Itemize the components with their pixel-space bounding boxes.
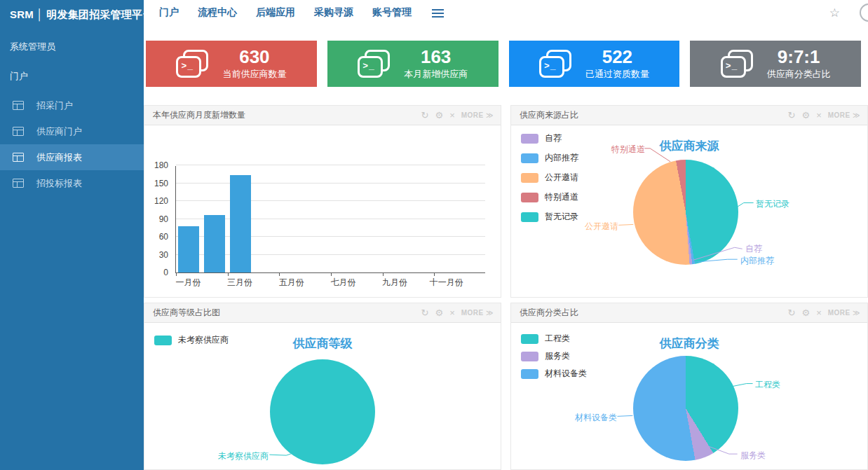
sidebar-item-supplier-reports[interactable]: 供应商报表 — [0, 144, 144, 170]
refresh-icon[interactable]: ↻ — [421, 111, 429, 120]
panel-title: 供应商等级占比图 — [153, 307, 220, 319]
y-tick-label: 120 — [154, 196, 168, 206]
legend-item[interactable]: 暂无记录 — [521, 211, 578, 223]
legend-item[interactable]: 未考察供应商 — [154, 334, 229, 346]
panel-title: 供应商来源占比 — [520, 109, 578, 121]
legend-item[interactable]: 服务类 — [521, 350, 587, 362]
more-link[interactable]: MORE ≫ — [828, 309, 860, 317]
panel-header: 供应商分类占比 ↻ ⚙ × MORE ≫ — [511, 303, 867, 323]
gear-icon[interactable]: ⚙ — [802, 111, 811, 120]
x-tick-label: 三月份 — [227, 277, 252, 289]
stat-value: 522 — [585, 47, 649, 67]
supplier-category-pie — [633, 356, 738, 461]
supplier-source-pie — [633, 160, 738, 265]
more-link[interactable]: MORE ≫ — [461, 111, 494, 119]
sidebar: SRM │ 明发集团招采管理平台 系统管理员 门户 招采门户 供应商门户 供应商… — [0, 0, 144, 470]
legend-label: 未考察供应商 — [178, 334, 229, 346]
y-tick-label: 0 — [163, 268, 168, 277]
legend-swatch — [521, 334, 538, 344]
close-icon[interactable]: × — [449, 111, 455, 120]
brand-title: SRM │ 明发集团招采管理平台 — [0, 0, 144, 22]
chart-legend: 未考察供应商 — [154, 334, 229, 352]
sidebar-section-portal[interactable]: 门户 — [0, 70, 144, 83]
x-tick-label: 五月份 — [279, 277, 304, 289]
stat-card-current-suppliers: >_ 630 当前供应商数量 — [146, 41, 317, 87]
close-icon[interactable]: × — [816, 111, 822, 120]
refresh-icon[interactable]: ↻ — [788, 111, 796, 120]
layout-icon — [13, 153, 24, 162]
bar-plot-area — [175, 166, 485, 273]
stat-value: 163 — [404, 47, 468, 67]
chart-legend: 工程类服务类材料设备类 — [521, 333, 587, 385]
main-content: >_ 630 当前供应商数量 >_ 163 本月新增供应商 >_ 522 已通过… — [144, 0, 868, 470]
gear-icon[interactable]: ⚙ — [435, 111, 444, 120]
stat-cards-row: >_ 630 当前供应商数量 >_ 163 本月新增供应商 >_ 522 已通过… — [146, 41, 861, 87]
legend-label: 材料设备类 — [545, 368, 587, 380]
panel-title: 供应商分类占比 — [520, 307, 578, 319]
pie-slice-label: 暂无记录 — [756, 198, 789, 210]
x-tick-label: 九月份 — [382, 277, 407, 289]
bar-y-axis-labels: 0306090120150180 — [144, 166, 171, 273]
sidebar-user-role: 系统管理员 — [0, 41, 144, 53]
sidebar-menu: 招采门户 供应商门户 供应商报表 招投标报表 — [0, 92, 144, 196]
sidebar-item-label: 供应商门户 — [36, 125, 82, 138]
legend-item[interactable]: 工程类 — [521, 333, 587, 345]
sidebar-item-procurement-portal[interactable]: 招采门户 — [0, 92, 144, 118]
legend-item[interactable]: 特别通道 — [521, 191, 578, 203]
legend-swatch — [521, 369, 538, 379]
legend-label: 内部推荐 — [545, 152, 578, 164]
stat-value: 630 — [222, 47, 286, 67]
legend-swatch — [521, 173, 538, 183]
pie-slice-label: 特别通道 — [611, 144, 645, 155]
pie-slice-label: 公开邀请 — [585, 221, 618, 233]
pie-slice-label: 自荐 — [745, 243, 762, 255]
legend-item[interactable]: 内部推荐 — [521, 152, 578, 164]
sidebar-item-bidding-reports[interactable]: 招投标报表 — [0, 170, 144, 196]
panel-header: 供应商来源占比 ↻ ⚙ × MORE ≫ — [511, 106, 867, 125]
bar-二月份 — [204, 215, 225, 272]
y-tick-label: 60 — [159, 232, 168, 242]
pie-slice-label: 工程类 — [755, 379, 780, 391]
sidebar-item-label: 招投标报表 — [36, 177, 82, 190]
pie-slice-label: 未考察供应商 — [218, 450, 269, 462]
layout-icon — [13, 127, 24, 136]
chart-legend: 自荐内部推荐公开邀请特别通道暂无记录 — [521, 132, 578, 230]
panel-monthly-new-suppliers: 本年供应商月度新增数量 ↻ ⚙ × MORE ≫ 030609012015018… — [144, 105, 501, 298]
pie-slice-label: 内部推荐 — [740, 255, 774, 267]
x-tick-label: 七月份 — [330, 277, 355, 289]
stat-card-new-suppliers-month: >_ 163 本月新增供应商 — [327, 41, 499, 87]
stat-label: 本月新增供应商 — [404, 68, 468, 81]
legend-label: 特别通道 — [545, 191, 578, 203]
legend-label: 暂无记录 — [545, 211, 578, 223]
legend-item[interactable]: 公开邀请 — [521, 172, 578, 184]
gear-icon[interactable]: ⚙ — [802, 308, 811, 317]
bar-一月份 — [178, 226, 199, 272]
terminal-icon: >_ — [358, 50, 390, 78]
sidebar-item-supplier-portal[interactable]: 供应商门户 — [0, 118, 144, 144]
more-link[interactable]: MORE ≫ — [828, 111, 860, 119]
sidebar-item-label: 招采门户 — [36, 99, 73, 112]
legend-label: 服务类 — [545, 350, 570, 362]
refresh-icon[interactable]: ↻ — [788, 308, 796, 317]
terminal-icon: >_ — [721, 50, 753, 78]
stat-card-qualified-count: >_ 522 已通过资质数量 — [509, 41, 680, 87]
pie-slice-label: 材料设备类 — [575, 412, 617, 424]
legend-label: 工程类 — [545, 333, 570, 345]
panel-header: 本年供应商月度新增数量 ↻ ⚙ × MORE ≫ — [144, 106, 501, 125]
refresh-icon[interactable]: ↻ — [421, 308, 429, 317]
x-tick-label: 十一月份 — [430, 277, 463, 289]
bar-三月份 — [230, 175, 251, 272]
close-icon[interactable]: × — [449, 308, 455, 317]
layout-icon — [13, 179, 24, 188]
stat-value: 9:7:1 — [767, 47, 831, 67]
legend-swatch — [521, 352, 538, 361]
gear-icon[interactable]: ⚙ — [435, 308, 444, 317]
more-link[interactable]: MORE ≫ — [461, 309, 494, 317]
layout-icon — [13, 101, 24, 110]
legend-swatch — [521, 153, 538, 163]
panel-supplier-grade: 供应商等级占比图 ↻ ⚙ × MORE ≫ 供应商等级 未考察供应商 未考察供应… — [144, 303, 501, 470]
legend-swatch — [521, 212, 538, 222]
legend-item[interactable]: 自荐 — [521, 132, 578, 144]
close-icon[interactable]: × — [816, 308, 822, 317]
legend-item[interactable]: 材料设备类 — [521, 368, 587, 380]
